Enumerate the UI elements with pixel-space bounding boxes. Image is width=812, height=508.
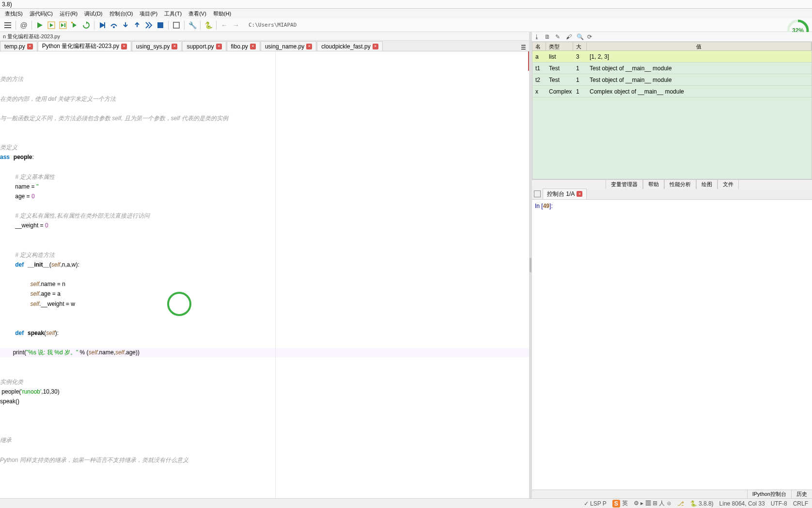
editor-pane: n 量化编程基础-2023.py temp.py× Python 量化编程基础-… [0, 32, 529, 498]
header-type[interactable]: 类型 [546, 42, 573, 50]
ime-indicator[interactable]: S 英 [612, 499, 628, 508]
menu-debug[interactable]: 调试(D) [81, 9, 105, 18]
tab-plots[interactable]: 绘图 [696, 179, 718, 190]
back-icon[interactable]: ← [219, 20, 229, 30]
encoding[interactable]: UTF-8 [771, 500, 787, 507]
svg-rect-6 [71, 22, 73, 23]
variable-toolbar: ⭳ 🗎 ✎ 🖌 🔍 ⟳ [532, 32, 812, 42]
tab-profiler[interactable]: 性能分析 [664, 179, 696, 190]
status-icons[interactable]: ⚙ ▸ ☰ ⊞ 人 ⊙ [634, 499, 671, 508]
step-out-icon[interactable] [132, 20, 142, 30]
tab-help[interactable]: 帮助 [643, 179, 664, 190]
refresh-icon[interactable]: ⟳ [587, 33, 594, 40]
svg-rect-9 [157, 22, 163, 28]
run-icon[interactable] [35, 20, 45, 30]
console-bottom-tabs: IPython控制台 历史 [532, 490, 812, 498]
close-icon[interactable]: × [373, 44, 378, 49]
tab-cloudpickle[interactable]: cloudpickle_fast.py× [317, 41, 382, 51]
close-icon[interactable]: × [172, 44, 177, 49]
python-path-icon[interactable]: 🐍 [203, 20, 213, 30]
at-icon[interactable]: @ [19, 20, 29, 30]
tab-main[interactable]: Python 量化编程基础-2023.py× [38, 41, 131, 51]
max-icon[interactable] [172, 20, 181, 30]
svg-rect-10 [173, 22, 179, 28]
copy-icon[interactable]: 🗎 [545, 33, 551, 40]
lsp-status[interactable]: ✓ LSP P [584, 500, 607, 507]
close-icon[interactable]: × [306, 44, 312, 49]
breadcrumb: n 量化编程基础-2023.py [0, 32, 529, 41]
variable-row[interactable]: xComplex1Complex object of __main__ modu… [532, 86, 812, 97]
menu-run[interactable]: 运行(R) [57, 9, 80, 18]
separator [16, 21, 16, 30]
tab-support[interactable]: support.py× [182, 41, 226, 51]
search-icon[interactable]: 🔍 [577, 33, 583, 40]
tab-using-sys[interactable]: using_sys.py× [132, 41, 182, 51]
cursor-position[interactable]: Line 8064, Col 33 [719, 500, 765, 507]
settings-icon[interactable]: 🔧 [187, 20, 197, 30]
separator [184, 21, 185, 30]
console-tab-1[interactable]: 控制台 1/A × [543, 189, 587, 200]
git-icon[interactable]: ⎇ [677, 500, 684, 507]
tab-temp[interactable]: temp.py× [0, 41, 37, 51]
window-title: 3.8) [2, 1, 12, 8]
stop-icon[interactable] [156, 20, 165, 30]
step-into-icon[interactable] [121, 20, 130, 30]
close-icon[interactable]: × [250, 44, 256, 49]
working-dir: C:\Users\MIAPAD [249, 22, 297, 28]
code-editor[interactable]: 类的方法 在类的内部，使用 def 关键字来定义一个方法 与一般函数定义不同，类… [0, 51, 529, 498]
menu-tools[interactable]: 工具(T) [161, 9, 185, 18]
close-icon[interactable]: × [121, 44, 127, 49]
save-icon[interactable]: ⭳ [534, 33, 541, 40]
close-icon[interactable]: × [27, 44, 33, 49]
tab-using-name[interactable]: using_name.py× [261, 41, 316, 51]
vertical-splitter[interactable] [529, 32, 532, 498]
close-icon[interactable]: × [216, 44, 222, 49]
separator [94, 21, 94, 30]
right-pane-tabs: 变量管理器 帮助 性能分析 绘图 文件 [532, 179, 812, 189]
variable-header: 名称 类型 大小 值 [532, 42, 812, 51]
brush-icon[interactable]: 🖌 [566, 33, 573, 40]
python-version[interactable]: 🐍 3.8.8) [690, 500, 714, 507]
debug-icon[interactable] [97, 20, 107, 30]
outline-icon[interactable] [3, 20, 13, 30]
svg-rect-0 [4, 22, 11, 23]
svg-rect-1 [4, 25, 11, 26]
status-bar: ✓ LSP P S 英 ⚙ ▸ ☰ ⊞ 人 ⊙ ⎇ 🐍 3.8.8) Line … [0, 498, 812, 508]
tab-variables[interactable]: 变量管理器 [606, 179, 643, 190]
close-icon[interactable]: × [577, 191, 582, 197]
run-cell-icon[interactable] [47, 20, 56, 30]
header-size[interactable]: 大小 [573, 42, 587, 50]
edit-icon[interactable]: ✎ [555, 33, 562, 40]
header-value[interactable]: 值 [587, 42, 812, 50]
header-name[interactable]: 名称 [532, 42, 546, 50]
menu-project[interactable]: 项目(P) [137, 9, 160, 18]
svg-point-8 [113, 26, 115, 28]
run-cell-advance-icon[interactable] [58, 20, 68, 30]
ipython-console[interactable]: In [49]: [532, 200, 812, 490]
tab-menu-icon[interactable]: ☰ [518, 44, 529, 51]
rerun-icon[interactable] [81, 20, 91, 30]
svg-rect-7 [104, 22, 105, 28]
tab-ipython[interactable]: IPython控制台 [747, 490, 791, 498]
main-toolbar: @ 🔧 🐍 ← → C:\Users\MIAPAD [0, 18, 812, 32]
variable-row[interactable]: t2Test1Test object of __main__ module [532, 74, 812, 86]
tab-history[interactable]: 历史 [791, 490, 812, 498]
tab-files[interactable]: 文件 [718, 179, 739, 190]
menu-view[interactable]: 查看(V) [186, 9, 209, 18]
menu-find[interactable]: 查找(S) [2, 9, 26, 18]
svg-rect-2 [4, 27, 11, 28]
svg-rect-5 [64, 23, 65, 27]
menu-help[interactable]: 帮助(H) [210, 9, 234, 18]
tab-fibo[interactable]: fibo.py× [227, 41, 260, 51]
line-ending[interactable]: CRLF [793, 500, 808, 507]
run-selection-icon[interactable] [70, 20, 79, 30]
continue-icon[interactable] [144, 20, 154, 30]
variable-row[interactable]: t1Test1Test object of __main__ module [532, 63, 812, 74]
step-over-icon[interactable] [109, 20, 119, 30]
variable-row[interactable]: alist3[1, 2, 3] [532, 51, 812, 63]
forward-icon[interactable]: → [231, 20, 241, 30]
menu-console[interactable]: 控制台(O) [107, 9, 136, 18]
menu-source[interactable]: 源代码(C) [27, 9, 56, 18]
popout-icon[interactable] [534, 190, 541, 197]
menu-bar: 查找(S) 源代码(C) 运行(R) 调试(D) 控制台(O) 项目(P) 工具… [0, 9, 812, 18]
